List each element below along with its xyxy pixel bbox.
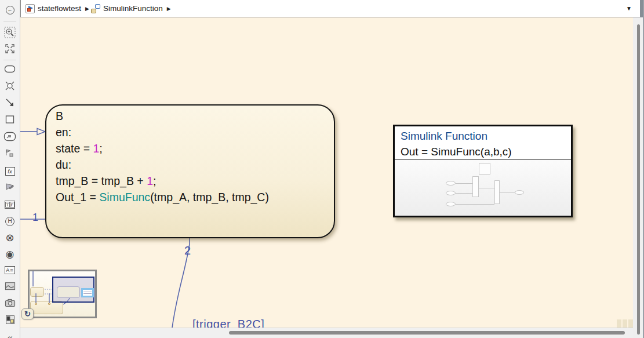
collapse-toolbar-button[interactable]: « <box>3 331 16 338</box>
indicator-bar <box>628 319 633 328</box>
during-keyword: du: <box>56 157 269 173</box>
indicator-bar <box>617 319 621 328</box>
state-b[interactable]: B en: state = 1; du: tmp_B = tmp_B + 1; … <box>45 104 335 238</box>
add-history-junction-button[interactable]: H <box>3 215 16 228</box>
camera-icon <box>5 299 16 310</box>
preview-inport <box>446 191 456 195</box>
link-flag-icon <box>5 148 15 161</box>
minimap-simulink-function <box>81 288 94 297</box>
add-truth-table-button[interactable]: T F <box>3 198 16 211</box>
subchart-icon <box>3 132 16 144</box>
transition-1-label[interactable]: 1 <box>32 212 38 224</box>
preview-wire <box>456 204 494 205</box>
transition-2-condition-label[interactable]: [trigger_B2C] <box>192 318 264 328</box>
zoom-magnifier-icon <box>4 27 16 41</box>
minimap-panel[interactable] <box>28 270 97 318</box>
zoom-select-button[interactable] <box>3 27 16 40</box>
fit-to-view-button[interactable] <box>3 43 16 56</box>
add-cross-junction-button[interactable]: ⊗ <box>3 231 16 244</box>
hidden-panel-indicator[interactable] <box>617 319 633 328</box>
during-statement: tmp_B = tmp_B + 1; <box>56 173 269 189</box>
entry-keyword: en: <box>56 124 269 140</box>
circular-arrow-icon: ↻ <box>24 310 31 318</box>
toolbar-divider <box>3 21 16 21</box>
state-b-label-text: B en: state = 1; du: tmp_B = tmp_B + 1; … <box>56 108 269 205</box>
add-junction-button[interactable] <box>3 81 16 93</box>
stateflow-palette-toolbar: ← <box>0 0 20 338</box>
stateflow-editor-window: ← <box>0 0 644 338</box>
simulink-function-block[interactable]: Simulink Function Out = SimuFunc(a,b,c) <box>393 125 573 217</box>
preview-block <box>479 163 490 175</box>
simulink-function-signature: Out = SimuFunc(a,b,c) <box>395 144 571 159</box>
state-icon <box>4 64 16 76</box>
entry-statement: state = 1; <box>56 140 269 157</box>
preview-subsystem <box>472 176 479 197</box>
back-arrow-icon: ← <box>6 6 14 14</box>
preview-wire <box>456 183 472 184</box>
toolbar-divider <box>3 60 16 60</box>
preview-wire <box>456 193 472 194</box>
preview-inport <box>446 202 456 206</box>
matlab-function-icon: fx <box>5 167 15 176</box>
add-transition-button[interactable] <box>3 97 16 110</box>
add-simulink-function-button[interactable] <box>3 181 16 194</box>
minimap-state-b <box>57 286 80 298</box>
simulink-function-title: Simulink Function <box>395 126 571 144</box>
history-junction-icon: H <box>5 217 14 226</box>
minimap-viewport-rect[interactable] <box>52 277 94 303</box>
breadcrumb-separator-icon: ▶ <box>85 6 89 12</box>
breadcrumb-dropdown-button[interactable]: ▼ <box>623 4 635 13</box>
breadcrumb-item-chart[interactable]: SimulinkFunction <box>103 4 163 13</box>
stateflow-chart-icon <box>91 4 100 13</box>
breadcrumb-item-model[interactable]: stateflowtest <box>38 4 81 13</box>
collapse-chevrons-icon: « <box>7 333 12 338</box>
simulink-function-content-preview <box>395 160 571 216</box>
stateflow-canvas[interactable]: B en: state = 1; du: tmp_B = tmp_B + 1; … <box>20 17 633 328</box>
preview-subsystem <box>494 180 500 204</box>
simulink-model-icon <box>26 4 35 13</box>
preview-wire <box>479 188 494 188</box>
transition-arrow-icon <box>5 97 15 110</box>
fit-to-view-icon <box>5 43 15 56</box>
pattern-icon <box>5 315 15 327</box>
breadcrumb-separator-icon: ▶ <box>167 6 171 12</box>
add-subchart-button[interactable] <box>3 131 16 144</box>
transition-2-label[interactable]: 2 <box>184 244 191 257</box>
output-statement: Out_1 = SimuFunc(tmp_A, tmp_B, tmp_C) <box>56 189 269 205</box>
breadcrumb-bar: stateflowtest ▶ SimulinkFunction ▶ ▼ <box>20 0 640 17</box>
truth-table-icon: T F <box>5 201 15 209</box>
horizontal-scrollbar[interactable]: ▸ <box>20 328 644 338</box>
horizontal-scrollbar-thumb[interactable] <box>229 331 625 335</box>
screenshot-button[interactable] <box>3 297 16 310</box>
annotation-icon: A≡ <box>5 266 15 274</box>
box-icon <box>5 115 15 126</box>
image-icon <box>5 282 16 293</box>
simulink-function-flag-icon <box>4 181 16 194</box>
add-image-button[interactable] <box>3 281 16 293</box>
add-default-transition-button[interactable]: ◉ <box>3 248 16 260</box>
preview-wire <box>500 192 515 193</box>
indicator-bar <box>623 319 627 328</box>
back-button[interactable]: ← <box>3 3 16 16</box>
add-matlab-function-button[interactable]: fx <box>3 165 16 177</box>
add-annotation-button[interactable]: A≡ <box>3 264 16 277</box>
junction-icon <box>4 80 16 94</box>
pattern-wizard-button[interactable] <box>3 314 16 327</box>
state-name: B <box>56 108 269 124</box>
add-link-button[interactable] <box>3 148 16 161</box>
add-state-button[interactable] <box>3 64 16 77</box>
dot-junction-icon: ◉ <box>6 249 14 259</box>
preview-inport <box>446 181 456 186</box>
vertical-scrollbar-thumb[interactable] <box>637 24 640 335</box>
preview-outport <box>515 190 524 195</box>
cross-junction-icon: ⊗ <box>5 232 14 243</box>
add-box-button[interactable] <box>3 114 16 127</box>
chart-update-badge[interactable]: ↻ <box>21 308 34 319</box>
